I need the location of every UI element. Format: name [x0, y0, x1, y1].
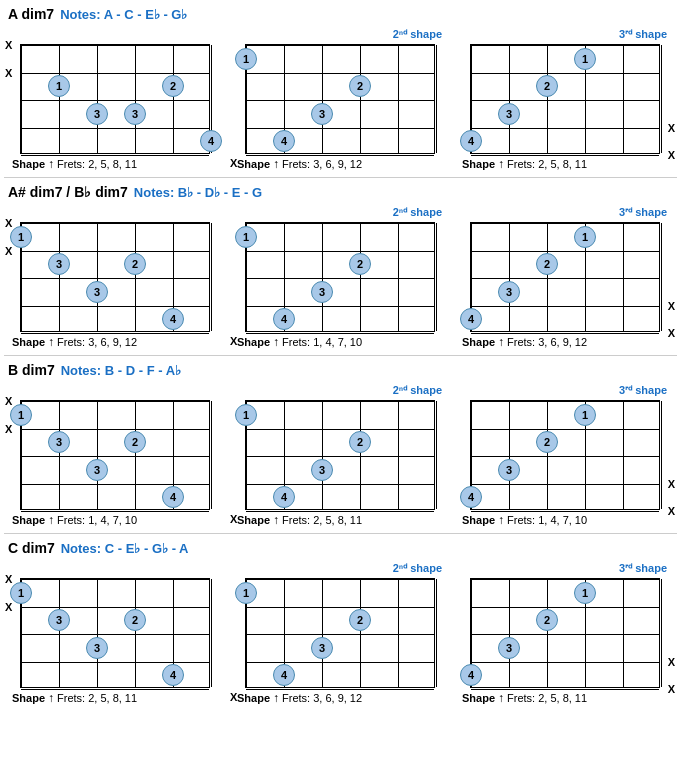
fret-line [471, 100, 659, 101]
shape-title: 2ⁿᵈ shape [393, 28, 450, 42]
fret-line [21, 251, 209, 252]
string-line [623, 401, 624, 509]
footer-arrow: ↑ [498, 513, 504, 527]
finger-dot: 2 [124, 253, 146, 275]
finger-dot: 4 [273, 130, 295, 152]
string-line [509, 401, 510, 509]
finger-dot: 4 [273, 486, 295, 508]
finger-dot: 3 [311, 459, 333, 481]
string-line [360, 45, 361, 153]
fret-line [21, 456, 209, 457]
fret-line [21, 333, 209, 334]
finger-dot: 2 [349, 75, 371, 97]
fretboard: XX4321 [470, 400, 660, 510]
footer-arrow: ↑ [48, 691, 54, 705]
string-line [21, 45, 22, 153]
shape-box-2: 3ʳᵈ shapeXX4321Shape↑Frets: 2, 5, 8, 11 [454, 560, 677, 707]
footer-shape-label: Shape [12, 158, 45, 170]
x-marker-right: X [668, 505, 675, 517]
finger-dot: 2 [162, 75, 184, 97]
footer-frets: Frets: 1, 4, 7, 10 [57, 514, 137, 526]
fret-line [471, 429, 659, 430]
string-line [322, 401, 323, 509]
finger-dot: 1 [10, 404, 32, 426]
finger-dot: 3 [86, 637, 108, 659]
finger-dot: 4 [162, 308, 184, 330]
footer-shape-label: Shape [12, 336, 45, 348]
fret-line [471, 689, 659, 690]
fret-line [246, 306, 434, 307]
fret-line [471, 306, 659, 307]
fretboard-wrap: X1432 [231, 578, 441, 688]
x-marker-right: X [668, 478, 675, 490]
footer-frets: Frets: 2, 5, 8, 11 [507, 158, 587, 170]
section-header: A# dim7 / B♭ dim7Notes: B♭ - D♭ - E - G [4, 184, 677, 200]
finger-dot: 1 [574, 226, 596, 248]
shape-box-2: 3ʳᵈ shapeXX4321Shape↑Frets: 2, 5, 8, 11 [454, 26, 677, 173]
section-header: C dim7Notes: C - E♭ - G♭ - A [4, 540, 677, 556]
string-line [436, 579, 437, 687]
fretboard: X1432 [245, 400, 435, 510]
finger-dot: 4 [162, 486, 184, 508]
shape-box-0: XX33241Shape↑Frets: 3, 6, 9, 12 [4, 204, 227, 351]
finger-dot: 1 [10, 582, 32, 604]
shape-footer: Shape↑Frets: 2, 5, 8, 11 [456, 691, 587, 705]
notes-label: Notes: C - E♭ - G♭ - A [61, 541, 189, 556]
shape-footer: Shape↑Frets: 3, 6, 9, 12 [231, 157, 362, 171]
shapes-row: XX13324Shape↑Frets: 1, 4, 7, 102ⁿᵈ shape… [4, 382, 677, 529]
fret-line [471, 251, 659, 252]
fret-line [471, 278, 659, 279]
x-marker-right: X [668, 327, 675, 339]
fret-line [21, 511, 209, 512]
shape-box-1: 2ⁿᵈ shapeX1432Shape↑Frets: 2, 5, 8, 11 [229, 382, 452, 529]
x-marker-bottom: X [230, 513, 237, 525]
string-line [398, 223, 399, 331]
footer-frets: Frets: 3, 6, 9, 12 [282, 158, 362, 170]
x-marker: X [5, 423, 12, 435]
finger-dot: 1 [10, 226, 32, 248]
finger-dot: 4 [162, 664, 184, 686]
fretboard-wrap: XX13324 [6, 44, 216, 154]
fretboard: X1432 [245, 578, 435, 688]
section-divider [4, 355, 677, 356]
x-marker: X [5, 67, 12, 79]
fretboard: XX13324 [20, 578, 210, 688]
shape-box-1: 2ⁿᵈ shapeX1432Shape↑Frets: 3, 6, 9, 12 [229, 26, 452, 173]
footer-arrow: ↑ [498, 335, 504, 349]
page: A dim7Notes: A - C - E♭ - G♭XX13324Shape… [0, 0, 681, 719]
finger-dot: 3 [48, 609, 70, 631]
string-line [547, 45, 548, 153]
finger-dot: 3 [311, 103, 333, 125]
fret-line [471, 73, 659, 74]
shape-footer: Shape↑Frets: 2, 5, 8, 11 [231, 513, 362, 527]
string-line [547, 223, 548, 331]
fret-line [246, 401, 434, 402]
string-line [398, 45, 399, 153]
finger-dot: 1 [235, 48, 257, 70]
finger-dot: 3 [124, 103, 146, 125]
x-marker: X [5, 601, 12, 613]
finger-dot: 2 [349, 431, 371, 453]
string-line [509, 579, 510, 687]
string-line [97, 401, 98, 509]
x-marker-right: X [668, 300, 675, 312]
chord-section-asharp-dim7: A# dim7 / B♭ dim7Notes: B♭ - D♭ - E - GX… [4, 184, 677, 356]
footer-shape-label: Shape [462, 692, 495, 704]
string-line [547, 401, 548, 509]
string-line [509, 45, 510, 153]
string-line [211, 223, 212, 331]
finger-dot: 4 [460, 308, 482, 330]
footer-shape-label: Shape [12, 514, 45, 526]
string-line [360, 223, 361, 331]
string-line [322, 45, 323, 153]
finger-dot: 3 [86, 103, 108, 125]
chord-section-c-dim7: C dim7Notes: C - E♭ - G♭ - AXX13324Shape… [4, 540, 677, 707]
footer-shape-label: Shape [462, 336, 495, 348]
finger-dot: 1 [235, 582, 257, 604]
notes-label: Notes: B - D - F - A♭ [61, 363, 181, 378]
string-line [135, 45, 136, 153]
string-line [211, 401, 212, 509]
chord-name: B dim7 [8, 362, 55, 378]
shape-footer: Shape↑Frets: 1, 4, 7, 10 [6, 513, 137, 527]
notes-label: Notes: B♭ - D♭ - E - G [134, 185, 262, 200]
